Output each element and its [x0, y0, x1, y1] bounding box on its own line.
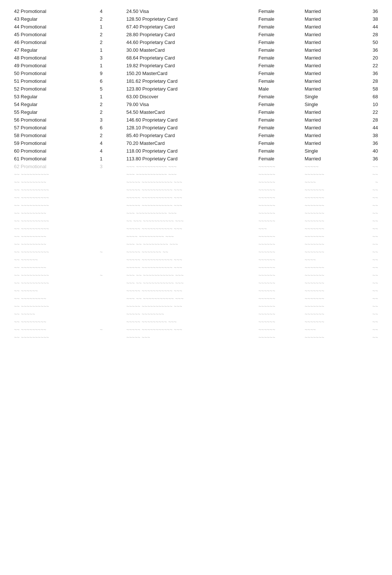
cell-gender: ~~~~~~ [255, 186, 302, 194]
cell-marital: Single [302, 147, 354, 155]
cell-age: ~~ [354, 310, 381, 318]
table-row: 42 Promotional424.50 VisaFemaleMarried36 [11, 7, 381, 15]
cell-marital: Single [302, 101, 354, 108]
cell-age: 36 [354, 7, 381, 15]
cell-amount: ~~~ ~~ ~~~~~~~~~~~ ~~~ [123, 295, 255, 302]
cell-age: ~~ [354, 232, 381, 240]
cell-amount: ~~~ ~~ ~~~~~~~~~~~ ~~~ [123, 271, 255, 279]
cell-marital: ~~~~~~~ [302, 240, 354, 248]
cell-age: 36 [354, 69, 381, 77]
cell-age: 28 [354, 31, 381, 38]
cell-amount: ~~~ ~~~~~~~~~~~ ~~~ [123, 209, 255, 217]
cell-age: 38 [354, 15, 381, 23]
cell-marital: ~~~~~~~ [302, 310, 354, 318]
cell-age: ~~ [354, 186, 381, 194]
cell-age: 36 [354, 139, 381, 147]
cell-id: ~~ ~~~~~~~~~~ [11, 248, 97, 256]
table-row: ~~ ~~~~~~~~~~~~~~~ ~~~~~~~~~~~ ~~~~~~~~~… [11, 302, 381, 310]
cell-num: 6 [97, 124, 124, 132]
cell-gender: Female [255, 116, 302, 124]
cell-gender: ~~~~~~ [255, 248, 302, 256]
cell-num [97, 333, 124, 341]
cell-num: 2 [97, 101, 124, 108]
cell-gender: Female [255, 69, 302, 77]
cell-id: ~~ ~~~~~~~~~~ [11, 194, 97, 201]
cell-gender: ~~~~~~ [255, 209, 302, 217]
cell-id: ~~ ~~~~~~ [11, 287, 97, 295]
cell-amount: ~~~ ~~~~~~~~~~~ ~~~ [123, 170, 255, 178]
cell-id: ~~ ~~~~~~~~~~ [11, 201, 97, 209]
cell-id: 58 Promotional [11, 132, 97, 139]
cell-id: 61 Promotional [11, 155, 97, 163]
cell-gender: ~~~~~~ [255, 271, 302, 279]
cell-num: 4 [97, 7, 124, 15]
cell-id: 48 Promotional [11, 54, 97, 62]
cell-marital: ~~~~~~~ [302, 333, 354, 341]
cell-num [97, 232, 124, 240]
table-row: ~~ ~~~~~~~~~~~~~~~ ~~~~~~~~~~~ ~~~~~~~~~… [11, 201, 381, 209]
table-row: ~~ ~~~~~~~~~~~~~~ ~~~~~~~~~ ~~~~~~~~~~~~… [11, 318, 381, 326]
cell-marital: Married [302, 7, 354, 15]
cell-age: ~~ [354, 271, 381, 279]
cell-marital: ~~~~ [302, 326, 354, 333]
cell-num [97, 287, 124, 295]
cell-id: ~~ ~~~~~~~~~~ [11, 271, 97, 279]
table-row: 58 Promotional285.40 Proprietary CardFem… [11, 132, 381, 139]
cell-age: 44 [354, 23, 381, 31]
cell-amount: 128.10 Proprietary Card [123, 124, 255, 132]
cell-id: 52 Promotional [11, 85, 97, 93]
cell-marital: ~~~~~~~ [302, 263, 354, 271]
cell-gender: Female [255, 147, 302, 155]
cell-marital: ~~~~~~~ [302, 232, 354, 240]
cell-age: ~~ [354, 201, 381, 209]
cell-gender: ~~~~~~ [255, 178, 302, 186]
cell-amount: 54.50 MasterCard [123, 108, 255, 116]
table-row: ~~ ~~~~~~~~~~~~~~~ ~~~~~~~~~~~ ~~~~~~~~~… [11, 186, 381, 194]
cell-amount: ~~~~~ ~~~~~~~ ~~ [123, 248, 255, 256]
cell-gender: Female [255, 93, 302, 101]
cell-age: ~~ [354, 217, 381, 225]
table-row: 55 Regular254.50 MasterCardFemaleMarried… [11, 108, 381, 116]
table-row: 54 Regular279.00 VisaFemaleSingle10 [11, 101, 381, 108]
cell-id: 45 Promotional [11, 31, 97, 38]
cell-id: ~~ ~~~~~~~~~ [11, 326, 97, 333]
cell-gender: Female [255, 132, 302, 139]
table-row: ~~ ~~~~~~~~~~~~~~ ~~ ~~~~~~~~~~~ ~~~~~~~… [11, 271, 381, 279]
cell-gender: Female [255, 62, 302, 69]
cell-amount: 28.80 Proprietary Card [123, 31, 255, 38]
cell-gender: Male [255, 85, 302, 93]
cell-id: ~~ ~~~~~ [11, 310, 97, 318]
cell-num [97, 194, 124, 201]
cell-amount: ~~~~~ ~~~~~~~~ [123, 310, 255, 318]
cell-num: 9 [97, 69, 124, 77]
table-row: ~~ ~~~~~~~~~~~~ ~~ ~~~~~~~~~~~ ~~~~~~~~~… [11, 295, 381, 302]
cell-marital: Married [302, 108, 354, 116]
cell-id: 53 Regular [11, 93, 97, 101]
table-row: 46 Promotional244.60 Proprietary CardFem… [11, 38, 381, 46]
cell-gender: Female [255, 54, 302, 62]
table-row: 48 Promotional368.64 Proprietary CardFem… [11, 54, 381, 62]
cell-age: ~~ [354, 256, 381, 263]
cell-age: 50 [354, 38, 381, 46]
cell-id: 62 Promotional [11, 163, 97, 170]
cell-gender: Female [255, 7, 302, 15]
cell-age: ~~ [354, 318, 381, 326]
cell-gender: Female [255, 15, 302, 23]
cell-gender: ~~~~~~ [255, 310, 302, 318]
cell-num: 2 [97, 132, 124, 139]
cell-id: ~~ ~~~~~~~~~~ [11, 217, 97, 225]
table-row: ~~ ~~~~~~~~~~~~~~ ~~~~~~~~~~~ ~~~~~~~~~~… [11, 178, 381, 186]
cell-amount: ~~~~~ ~~~~~~~~~~~ ~~~ [123, 194, 255, 201]
cell-marital: Married [302, 85, 354, 93]
cell-marital: Married [302, 31, 354, 38]
cell-num: ~ [97, 248, 124, 256]
cell-age: ~ [354, 178, 381, 186]
cell-marital: ~~~~~~~ [302, 225, 354, 232]
cell-age: ~~ [354, 248, 381, 256]
cell-num: 1 [97, 23, 124, 31]
cell-id: ~~ ~~~~~~~~~ [11, 240, 97, 248]
cell-gender: Female [255, 155, 302, 163]
cell-num [97, 201, 124, 209]
cell-age: ~~ [354, 326, 381, 333]
cell-age: ~~ [354, 225, 381, 232]
